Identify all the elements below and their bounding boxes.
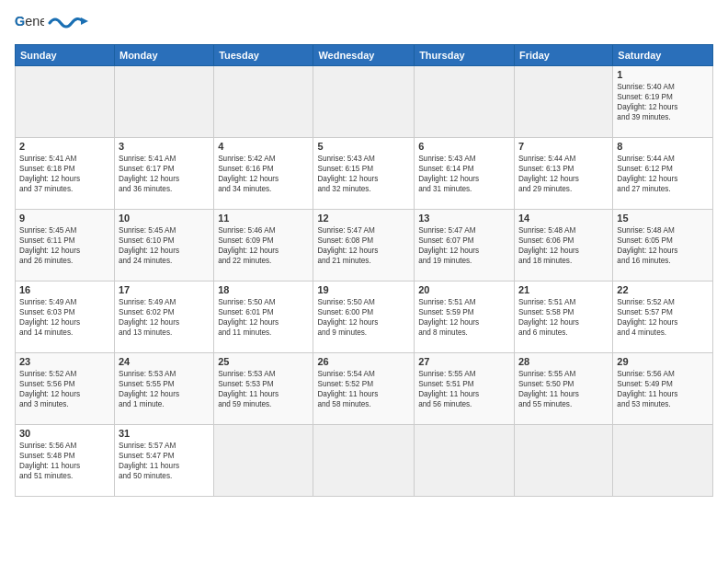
- weekday-header-saturday: Saturday: [613, 45, 713, 66]
- calendar-cell: [214, 66, 313, 138]
- day-info: Sunrise: 5:41 AM Sunset: 6:18 PM Dayligh…: [19, 154, 110, 194]
- day-number: 29: [617, 356, 709, 367]
- calendar-cell: [313, 425, 415, 497]
- calendar-cell: [313, 66, 415, 138]
- day-info: Sunrise: 5:56 AM Sunset: 5:49 PM Dayligh…: [617, 369, 709, 409]
- calendar-cell: 31Sunrise: 5:57 AM Sunset: 5:47 PM Dayli…: [114, 425, 213, 497]
- day-info: Sunrise: 5:46 AM Sunset: 6:09 PM Dayligh…: [218, 225, 309, 266]
- day-info: Sunrise: 5:44 AM Sunset: 6:13 PM Dayligh…: [518, 154, 609, 194]
- day-number: 25: [218, 356, 309, 367]
- calendar-cell: [415, 66, 515, 138]
- calendar-cell: [214, 425, 313, 497]
- day-info: Sunrise: 5:43 AM Sunset: 6:14 PM Dayligh…: [418, 154, 510, 194]
- logo-icon: General G: [15, 11, 44, 37]
- day-number: 26: [317, 356, 410, 367]
- day-number: 12: [317, 213, 410, 224]
- svg-marker-2: [81, 17, 88, 25]
- day-number: 1: [617, 69, 709, 80]
- day-number: 3: [119, 141, 210, 152]
- calendar-cell: 26Sunrise: 5:54 AM Sunset: 5:52 PM Dayli…: [313, 353, 415, 425]
- day-number: 30: [19, 428, 110, 439]
- calendar-cell: 23Sunrise: 5:52 AM Sunset: 5:56 PM Dayli…: [16, 353, 115, 425]
- day-number: 10: [119, 213, 210, 224]
- weekday-header-tuesday: Tuesday: [214, 45, 313, 66]
- day-number: 2: [19, 141, 110, 152]
- day-number: 13: [418, 213, 510, 224]
- day-number: 23: [19, 356, 110, 367]
- day-info: Sunrise: 5:45 AM Sunset: 6:10 PM Dayligh…: [119, 225, 210, 266]
- day-info: Sunrise: 5:49 AM Sunset: 6:02 PM Dayligh…: [119, 297, 210, 338]
- calendar-cell: 2Sunrise: 5:41 AM Sunset: 6:18 PM Daylig…: [16, 138, 115, 210]
- page: General G SundayMondayTuesdayWednesdayTh…: [0, 0, 728, 504]
- calendar-cell: 5Sunrise: 5:43 AM Sunset: 6:15 PM Daylig…: [313, 138, 415, 210]
- weekday-header-thursday: Thursday: [415, 45, 515, 66]
- day-info: Sunrise: 5:49 AM Sunset: 6:03 PM Dayligh…: [19, 297, 110, 338]
- logo: General G: [15, 11, 94, 37]
- calendar-week-1: 1Sunrise: 5:40 AM Sunset: 6:19 PM Daylig…: [16, 66, 713, 138]
- calendar-cell: [114, 66, 213, 138]
- day-number: 17: [119, 284, 210, 295]
- day-info: Sunrise: 5:48 AM Sunset: 6:05 PM Dayligh…: [617, 225, 709, 266]
- day-info: Sunrise: 5:52 AM Sunset: 5:56 PM Dayligh…: [19, 369, 110, 409]
- calendar-cell: 1Sunrise: 5:40 AM Sunset: 6:19 PM Daylig…: [613, 66, 713, 138]
- day-number: 31: [119, 428, 210, 439]
- day-info: Sunrise: 5:56 AM Sunset: 5:48 PM Dayligh…: [19, 441, 110, 481]
- weekday-header-friday: Friday: [514, 45, 612, 66]
- day-number: 21: [518, 284, 609, 295]
- day-info: Sunrise: 5:55 AM Sunset: 5:51 PM Dayligh…: [418, 369, 510, 409]
- svg-text:G: G: [15, 14, 25, 29]
- calendar-cell: 11Sunrise: 5:46 AM Sunset: 6:09 PM Dayli…: [214, 210, 313, 282]
- calendar-cell: 6Sunrise: 5:43 AM Sunset: 6:14 PM Daylig…: [415, 138, 515, 210]
- day-info: Sunrise: 5:47 AM Sunset: 6:08 PM Dayligh…: [317, 225, 410, 266]
- calendar-cell: 13Sunrise: 5:47 AM Sunset: 6:07 PM Dayli…: [415, 210, 515, 282]
- day-info: Sunrise: 5:51 AM Sunset: 5:59 PM Dayligh…: [418, 297, 510, 338]
- weekday-header-monday: Monday: [114, 45, 213, 66]
- day-number: 24: [119, 356, 210, 367]
- weekday-header-sunday: Sunday: [16, 45, 115, 66]
- calendar-cell: 24Sunrise: 5:53 AM Sunset: 5:55 PM Dayli…: [114, 353, 213, 425]
- calendar-cell: 4Sunrise: 5:42 AM Sunset: 6:16 PM Daylig…: [214, 138, 313, 210]
- calendar-cell: [514, 425, 612, 497]
- day-number: 6: [418, 141, 510, 152]
- day-info: Sunrise: 5:41 AM Sunset: 6:17 PM Dayligh…: [119, 154, 210, 194]
- day-info: Sunrise: 5:53 AM Sunset: 5:55 PM Dayligh…: [119, 369, 210, 409]
- day-number: 19: [317, 284, 410, 295]
- calendar-cell: 10Sunrise: 5:45 AM Sunset: 6:10 PM Dayli…: [114, 210, 213, 282]
- weekday-header-wednesday: Wednesday: [313, 45, 415, 66]
- day-info: Sunrise: 5:52 AM Sunset: 5:57 PM Dayligh…: [617, 297, 709, 338]
- calendar-week-2: 2Sunrise: 5:41 AM Sunset: 6:18 PM Daylig…: [16, 138, 713, 210]
- header: General G: [15, 11, 713, 37]
- day-number: 8: [617, 141, 709, 152]
- day-info: Sunrise: 5:42 AM Sunset: 6:16 PM Dayligh…: [218, 154, 309, 194]
- day-number: 16: [19, 284, 110, 295]
- day-number: 18: [218, 284, 309, 295]
- day-number: 28: [518, 356, 609, 367]
- day-info: Sunrise: 5:48 AM Sunset: 6:06 PM Dayligh…: [518, 225, 609, 266]
- day-number: 14: [518, 213, 609, 224]
- calendar-cell: 19Sunrise: 5:50 AM Sunset: 6:00 PM Dayli…: [313, 282, 415, 353]
- calendar-cell: 27Sunrise: 5:55 AM Sunset: 5:51 PM Dayli…: [415, 353, 515, 425]
- calendar-week-4: 16Sunrise: 5:49 AM Sunset: 6:03 PM Dayli…: [16, 282, 713, 353]
- calendar-cell: 28Sunrise: 5:55 AM Sunset: 5:50 PM Dayli…: [514, 353, 612, 425]
- weekday-header-row: SundayMondayTuesdayWednesdayThursdayFrid…: [16, 45, 713, 66]
- calendar-cell: 30Sunrise: 5:56 AM Sunset: 5:48 PM Dayli…: [16, 425, 115, 497]
- day-number: 7: [518, 141, 609, 152]
- calendar-cell: 9Sunrise: 5:45 AM Sunset: 6:11 PM Daylig…: [16, 210, 115, 282]
- day-info: Sunrise: 5:55 AM Sunset: 5:50 PM Dayligh…: [518, 369, 609, 409]
- calendar-cell: 12Sunrise: 5:47 AM Sunset: 6:08 PM Dayli…: [313, 210, 415, 282]
- day-info: Sunrise: 5:53 AM Sunset: 5:53 PM Dayligh…: [218, 369, 309, 409]
- day-info: Sunrise: 5:50 AM Sunset: 6:00 PM Dayligh…: [317, 297, 410, 338]
- day-number: 5: [317, 141, 410, 152]
- calendar-cell: [415, 425, 515, 497]
- calendar-cell: 3Sunrise: 5:41 AM Sunset: 6:17 PM Daylig…: [114, 138, 213, 210]
- calendar-week-3: 9Sunrise: 5:45 AM Sunset: 6:11 PM Daylig…: [16, 210, 713, 282]
- calendar-cell: 20Sunrise: 5:51 AM Sunset: 5:59 PM Dayli…: [415, 282, 515, 353]
- calendar-cell: 16Sunrise: 5:49 AM Sunset: 6:03 PM Dayli…: [16, 282, 115, 353]
- day-number: 4: [218, 141, 309, 152]
- day-info: Sunrise: 5:45 AM Sunset: 6:11 PM Dayligh…: [19, 225, 110, 266]
- day-number: 22: [617, 284, 709, 295]
- calendar-cell: 7Sunrise: 5:44 AM Sunset: 6:13 PM Daylig…: [514, 138, 612, 210]
- calendar-cell: 8Sunrise: 5:44 AM Sunset: 6:12 PM Daylig…: [613, 138, 713, 210]
- day-number: 27: [418, 356, 510, 367]
- day-info: Sunrise: 5:47 AM Sunset: 6:07 PM Dayligh…: [418, 225, 510, 266]
